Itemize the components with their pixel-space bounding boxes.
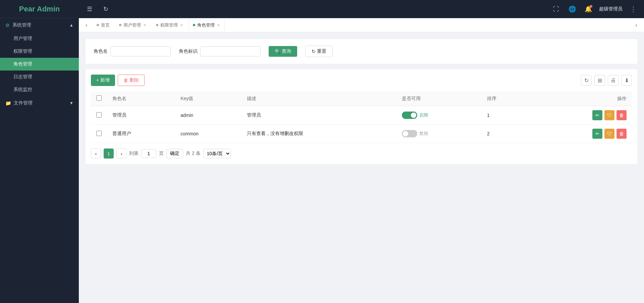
delete-button-1[interactable]: 🗑	[616, 110, 627, 120]
pagination-page-label: 页	[159, 150, 164, 157]
sidebar-item-permission-management[interactable]: 权限管理	[0, 45, 79, 58]
col-desc: 描述	[241, 91, 396, 106]
sidebar-group-label-file: 文件管理	[14, 100, 33, 106]
column-settings-button[interactable]: ⊞	[594, 75, 605, 86]
action-btns-2: ✏ 🛡 🗑	[534, 129, 627, 139]
add-button-label: + 新增	[96, 77, 110, 83]
row-checkbox-2[interactable]	[96, 131, 102, 136]
tab-dot-permission	[156, 24, 158, 26]
query-button[interactable]: 🔍 查询	[269, 46, 297, 57]
sidebar-group-header-file[interactable]: 📁 文件管理 ▼	[0, 96, 79, 110]
cell-role-name-1: 管理员	[107, 106, 175, 125]
tab-close-role[interactable]: ×	[217, 23, 220, 28]
tab-home[interactable]: 首页	[92, 20, 114, 31]
table-row: 管理员 admin 管理员 启用	[91, 106, 632, 125]
tab-permission-management[interactable]: 权限管理 ×	[152, 20, 188, 31]
export-button[interactable]: ⬇	[621, 75, 632, 86]
sidebar-item-user-management[interactable]: 用户管理	[0, 32, 79, 45]
pagination-confirm-button[interactable]: 确定	[166, 149, 183, 158]
sidebar-item-label-user: 用户管理	[13, 36, 32, 41]
table-header-row: 角色名 Key值 描述 是否可用 排序 操作	[91, 91, 632, 106]
cell-desc-2: 只有查看，没有增删改权限	[241, 125, 396, 143]
sidebar-group-file: 📁 文件管理 ▼	[0, 96, 79, 110]
user-name[interactable]: 超级管理员	[599, 6, 623, 12]
sidebar-group-header-system[interactable]: ⚙ 系统管理 ▲	[0, 18, 79, 32]
tab-close-permission[interactable]: ×	[180, 23, 183, 28]
tab-role-management[interactable]: 角色管理 ×	[189, 20, 225, 31]
col-role-name: 角色名	[107, 91, 175, 106]
sidebar-item-system-monitor[interactable]: 系统监控	[0, 83, 79, 96]
sidebar-group-label-system: 系统管理	[12, 22, 31, 28]
tab-label-role: 角色管理	[197, 22, 215, 28]
col-sort: 排序	[482, 91, 528, 106]
tab-user-management[interactable]: 用户管理 ×	[115, 20, 151, 31]
row-checkbox-1[interactable]	[96, 112, 102, 118]
toggle-label-1: 启用	[419, 112, 428, 118]
tab-close-user[interactable]: ×	[143, 23, 147, 28]
add-button[interactable]: + 新增	[91, 75, 115, 86]
select-all-checkbox[interactable]	[96, 95, 102, 101]
refresh-page-icon[interactable]: ↻	[100, 4, 111, 14]
sidebar-item-role-management[interactable]: 角色管理	[0, 58, 79, 71]
table-toolbar: + 新增 🗑 删除 ↻ ⊞	[91, 75, 632, 86]
permission-button-2[interactable]: 🛡	[604, 129, 614, 139]
edit-button-2[interactable]: ✏	[592, 129, 602, 139]
notification-dot	[590, 5, 592, 8]
role-key-input[interactable]	[200, 46, 261, 56]
pagination-prev[interactable]: ‹	[91, 148, 101, 159]
query-button-label: 查询	[282, 48, 291, 54]
sidebar-item-label-monitor: 系统监控	[13, 87, 32, 92]
print-button[interactable]: 🖨	[608, 75, 619, 86]
sidebar-item-log-management[interactable]: 日志管理	[0, 71, 79, 83]
fullscreen-icon[interactable]: ⛶	[551, 4, 561, 14]
top-bar-left: ☰ ↻	[84, 4, 111, 14]
batch-delete-button[interactable]: 🗑 删除	[118, 75, 145, 86]
top-bar: ☰ ↻ ⛶ 🌐 🔔 超级管理员 ⋮	[79, 0, 644, 18]
print-icon: 🖨	[610, 77, 616, 83]
delete-button-2[interactable]: 🗑	[616, 129, 627, 139]
pagination: ‹ 1 › 到第 页 确定 共 2 条 10条/页 20条/页 50条/页	[91, 148, 632, 159]
toggle-2[interactable]	[402, 130, 417, 137]
refresh-table-button[interactable]: ↻	[581, 75, 592, 86]
pagination-goto-input[interactable]	[141, 149, 156, 158]
tab-dot-user	[119, 24, 121, 26]
tab-label-user: 用户管理	[123, 22, 141, 28]
tab-dot-home	[97, 24, 99, 26]
toggle-1[interactable]	[402, 112, 417, 119]
export-icon: ⬇	[625, 77, 629, 84]
main-layout: Pear Admin ⚙ 系统管理 ▲ 用户管理 权限管理 角色管理	[0, 0, 644, 303]
sidebar-item-label-log: 日志管理	[13, 74, 32, 79]
sidebar-group-system: ⚙ 系统管理 ▲ 用户管理 权限管理 角色管理 日志管理	[0, 18, 79, 96]
cell-enabled-2: 禁用	[396, 125, 482, 143]
settings-icon: ⚙	[5, 23, 10, 28]
reset-button-label: 重置	[317, 48, 326, 54]
cell-sort-2: 2	[482, 125, 528, 143]
edit-button-1[interactable]: ✏	[592, 110, 602, 120]
menu-toggle-icon[interactable]: ☰	[84, 4, 95, 14]
table-area: + 新增 🗑 删除 ↻ ⊞	[86, 69, 637, 164]
pagination-size-select[interactable]: 10条/页 20条/页 50条/页	[203, 149, 231, 158]
search-bar: 角色名 角色标识 🔍 查询 ↻ 重置	[86, 39, 637, 64]
pagination-page-1[interactable]: 1	[104, 148, 114, 159]
table-toolbar-left: + 新增 🗑 删除	[91, 75, 145, 86]
delete-icon: 🗑	[123, 78, 128, 83]
main-content: 角色名 角色标识 🔍 查询 ↻ 重置	[79, 32, 644, 303]
table-toolbar-right: ↻ ⊞ 🖨 ⬇	[581, 75, 632, 86]
tab-dot-role	[193, 24, 195, 26]
tab-label-home: 首页	[101, 22, 110, 28]
reset-button[interactable]: ↻ 重置	[305, 46, 333, 57]
column-icon: ⊞	[598, 77, 602, 84]
role-name-input[interactable]	[110, 46, 171, 56]
more-options-icon[interactable]: ⋮	[628, 4, 639, 14]
sidebar: Pear Admin ⚙ 系统管理 ▲ 用户管理 权限管理 角色管理	[0, 0, 79, 303]
reset-icon: ↻	[312, 49, 316, 54]
search-field-role-name: 角色名	[94, 46, 171, 56]
cell-enabled-1: 启用	[396, 106, 482, 125]
pagination-next[interactable]: ›	[116, 148, 126, 159]
cell-desc-1: 管理员	[241, 106, 396, 125]
globe-icon[interactable]: 🌐	[567, 4, 578, 14]
search-icon: 🔍	[275, 49, 280, 54]
permission-button-1[interactable]: 🛡	[604, 110, 614, 120]
tab-nav-next[interactable]: ›	[631, 22, 641, 28]
tab-nav-prev[interactable]: ‹	[82, 22, 92, 28]
